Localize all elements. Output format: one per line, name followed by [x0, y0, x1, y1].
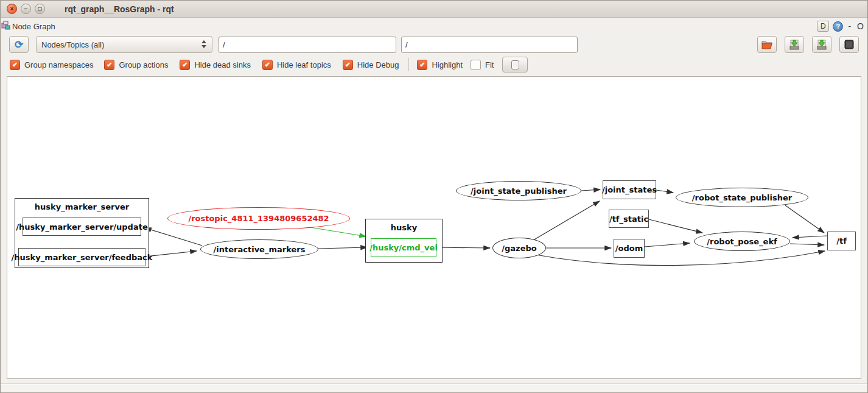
folder-open-icon	[761, 40, 772, 49]
node-gazebo[interactable]: /gazebo	[492, 238, 546, 258]
topic-husky-cmd-vel[interactable]: /husky/cmd_vel	[371, 238, 436, 257]
check-icon: ✔	[345, 62, 351, 68]
group-namespaces-option[interactable]: ✔ Group namespaces	[10, 60, 93, 70]
topic-tf[interactable]: /tf	[827, 232, 856, 250]
dark-square-icon	[844, 40, 854, 49]
plugin-titlebar: Node Graph D ? - O	[1, 18, 867, 34]
help-icon[interactable]: ?	[833, 21, 843, 32]
group-namespaces-label: Group namespaces	[24, 60, 93, 69]
group-actions-checkbox[interactable]: ✔	[104, 60, 114, 70]
screenshot-button[interactable]	[839, 36, 859, 53]
check-icon: ✔	[182, 62, 187, 68]
topic-tf-static[interactable]: /tf_static	[609, 210, 649, 228]
edge-robot-pose-ekf-to-tf	[790, 244, 824, 245]
rqt-window: × − ▢ rqt_graph__RosGraph - rqt Node Gra…	[0, 0, 868, 393]
cluster-title: husky	[366, 223, 442, 232]
graph-canvas[interactable]: husky_marker_server /husky_marker_server…	[7, 76, 861, 379]
check-icon: ✔	[107, 62, 112, 68]
graph-type-combobox[interactable]: Nodes/Topics (all)	[36, 36, 212, 53]
fit-option[interactable]: Fit	[471, 60, 494, 70]
topic-odom[interactable]: /odom	[614, 239, 645, 258]
edge-gazebo-to-tf	[536, 251, 825, 266]
hide-leaf-topics-checkbox[interactable]: ✔	[262, 60, 273, 70]
edge-gazebo-to-joint-states	[534, 201, 600, 239]
topic-label: /tf_static	[609, 214, 648, 224]
minimize-window-button[interactable]: −	[21, 4, 31, 14]
node-robot-pose-ekf[interactable]: /robot_pose_ekf	[694, 232, 790, 251]
save-down-arrow-icon	[789, 40, 800, 50]
node-joint-state-publisher[interactable]: /joint_state_publisher	[456, 181, 581, 200]
topic-label: /husky/cmd_vel	[369, 243, 438, 252]
edge-tf-to-robot-pose-ekf	[793, 236, 827, 238]
node-label: /joint_state_publisher	[471, 186, 567, 196]
node-label: /gazebo	[502, 244, 536, 253]
refresh-icon: ⟳	[15, 40, 23, 50]
toolbar-separator	[408, 58, 409, 71]
check-icon: ✔	[12, 62, 18, 68]
topic-label: /tf	[836, 236, 847, 246]
edge-tf-static-to-robot-pose-ekf	[649, 219, 702, 233]
node-robot-state-publisher[interactable]: /robot_state_publisher	[676, 188, 808, 207]
plugin-minimize-button[interactable]: -	[847, 21, 852, 31]
maximize-window-button[interactable]: ▢	[35, 4, 45, 14]
highlight-option[interactable]: ✔ Highlight	[417, 60, 463, 70]
group-namespaces-checkbox[interactable]: ✔	[10, 60, 20, 70]
node-label: /interactive_markers	[214, 245, 306, 254]
hide-dead-sinks-checkbox[interactable]: ✔	[180, 60, 190, 70]
window-title: rqt_graph__RosGraph - rqt	[65, 4, 174, 14]
node-label: /robot_state_publisher	[692, 193, 792, 202]
topic-husky-marker-server-update[interactable]: /husky_marker_server/update	[23, 218, 141, 236]
edge-cmd-vel-to-gazebo	[436, 247, 490, 248]
close-window-button[interactable]: ×	[7, 4, 17, 14]
window-controls: × − ▢	[7, 4, 45, 14]
edge-joint-state-publisher-to-joint-states	[581, 189, 600, 191]
hide-debug-option[interactable]: ✔ Hide Debug	[343, 60, 399, 70]
topic-husky-marker-server-feedback[interactable]: /husky_marker_server/feedback	[18, 248, 145, 266]
topic-label: /joint_states	[602, 185, 657, 194]
hide-dead-sinks-option[interactable]: ✔ Hide dead sinks	[180, 60, 251, 70]
check-icon: ✔	[419, 62, 425, 68]
fit-checkbox[interactable]	[471, 60, 481, 70]
status-bar	[1, 384, 867, 393]
combo-spinner-icon	[201, 40, 206, 48]
edge-rostopic-to-cmd-vel	[310, 227, 366, 236]
fit-label: Fit	[485, 60, 494, 69]
node-label: /robot_pose_ekf	[707, 237, 777, 246]
refresh-graph-button[interactable]: ⟳	[9, 36, 29, 53]
titlebar: × − ▢ rqt_graph__RosGraph - rqt	[1, 1, 867, 18]
hide-debug-checkbox[interactable]: ✔	[343, 60, 353, 70]
node-rostopic[interactable]: /rostopic_4811_1394809652482	[167, 207, 350, 230]
check-icon: ✔	[265, 62, 270, 68]
node-label: /rostopic_4811_1394809652482	[188, 214, 329, 223]
edge-feedback-to-interactive-markers	[145, 251, 197, 257]
edge-interactive-markers-to-update	[145, 228, 202, 246]
topic-filter-input[interactable]: /	[401, 37, 578, 53]
cluster-title: husky_marker_server	[15, 202, 149, 211]
hide-dead-sinks-label: Hide dead sinks	[194, 60, 251, 69]
plugin-title: Node Graph	[12, 22, 55, 31]
hide-leaf-topics-label: Hide leaf topics	[277, 60, 331, 69]
dock-button[interactable]: D	[817, 21, 829, 32]
save-image-down-arrow-icon	[816, 40, 827, 50]
graph-type-value: Nodes/Topics (all)	[41, 40, 104, 49]
group-actions-option[interactable]: ✔ Group actions	[104, 60, 168, 70]
save-dot-button[interactable]	[785, 36, 804, 53]
node-filter-value: /	[223, 40, 225, 49]
edge-interactive-markers-to-cmd-vel	[318, 247, 367, 249]
edge-joint-states-to-robot-state-publisher	[656, 190, 673, 193]
highlight-checkbox[interactable]: ✔	[417, 60, 427, 70]
topic-joint-states[interactable]: /joint_states	[603, 180, 656, 199]
hide-debug-label: Hide Debug	[357, 60, 399, 69]
node-interactive-markers[interactable]: /interactive_markers	[200, 239, 318, 259]
topic-label: /husky_marker_server/update	[16, 222, 147, 232]
load-dot-button[interactable]	[757, 36, 777, 53]
group-actions-label: Group actions	[119, 60, 168, 69]
topic-label: /odom	[615, 244, 643, 253]
fit-in-view-button[interactable]	[502, 57, 528, 73]
node-filter-input[interactable]: /	[219, 37, 396, 53]
topic-label: /husky_marker_server/feedback	[12, 253, 153, 262]
plugin-float-button[interactable]: O	[856, 21, 865, 31]
edge-odom-to-robot-pose-ekf	[645, 243, 690, 247]
hide-leaf-topics-option[interactable]: ✔ Hide leaf topics	[262, 60, 331, 70]
save-image-button[interactable]	[812, 36, 831, 53]
